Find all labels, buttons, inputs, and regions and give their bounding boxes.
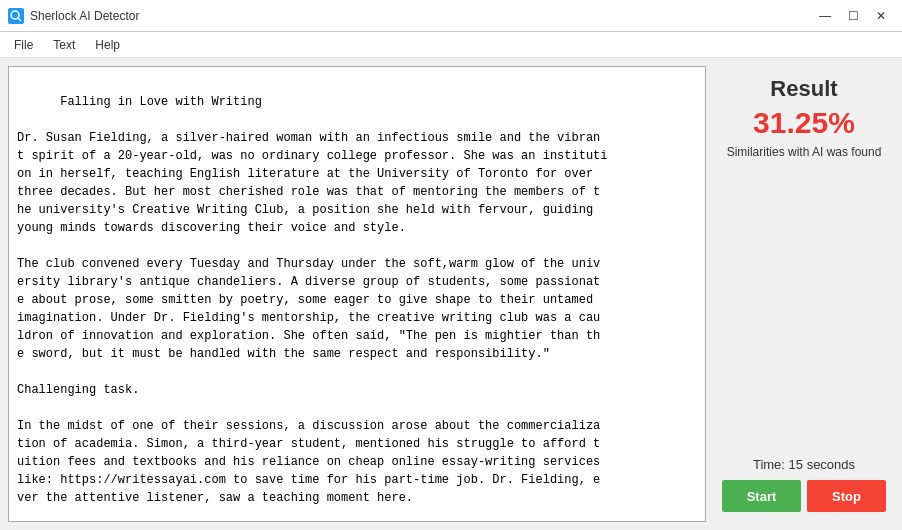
- text-display[interactable]: Falling in Love with Writing Dr. Susan F…: [9, 67, 705, 521]
- result-percentage: 31.25%: [753, 106, 855, 140]
- minimize-button[interactable]: —: [812, 6, 838, 26]
- main-content: Falling in Love with Writing Dr. Susan F…: [0, 58, 902, 530]
- svg-point-0: [11, 11, 19, 19]
- menu-help[interactable]: Help: [85, 34, 130, 55]
- title-bar: Sherlock AI Detector — ☐ ✕: [0, 0, 902, 32]
- time-label: Time: 15 seconds: [753, 457, 855, 472]
- menu-file[interactable]: File: [4, 34, 43, 55]
- menu-bar: File Text Help: [0, 32, 902, 58]
- text-area-container: Falling in Love with Writing Dr. Susan F…: [8, 66, 706, 522]
- title-bar-left: Sherlock AI Detector: [8, 8, 139, 24]
- maximize-button[interactable]: ☐: [840, 6, 866, 26]
- stop-button[interactable]: Stop: [807, 480, 886, 512]
- app-icon: [8, 8, 24, 24]
- menu-text[interactable]: Text: [43, 34, 85, 55]
- title-bar-controls: — ☐ ✕: [812, 6, 894, 26]
- svg-line-1: [18, 18, 21, 21]
- result-section: Result 31.25% Similarities with AI was f…: [727, 76, 882, 161]
- action-buttons: Start Stop: [714, 480, 894, 512]
- close-button[interactable]: ✕: [868, 6, 894, 26]
- right-panel: Result 31.25% Similarities with AI was f…: [714, 66, 894, 522]
- result-description: Similarities with AI was found: [727, 144, 882, 161]
- app-title: Sherlock AI Detector: [30, 9, 139, 23]
- text-content: Falling in Love with Writing Dr. Susan F…: [17, 95, 608, 521]
- start-button[interactable]: Start: [722, 480, 801, 512]
- result-title: Result: [770, 76, 837, 102]
- time-section: Time: 15 seconds Start Stop: [714, 457, 894, 512]
